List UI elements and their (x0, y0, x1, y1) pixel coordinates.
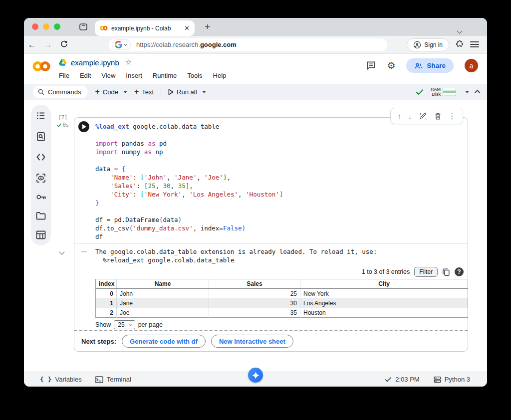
gemini-button[interactable] (248, 368, 263, 383)
code-cell: ↑ ↓ ⋮ %load_ext google.colab.data_table … (74, 117, 468, 352)
filter-button[interactable]: Filter (414, 267, 438, 277)
menu-item-runtime[interactable]: Runtime (153, 72, 177, 79)
table-cell: Los Angeles (300, 298, 468, 308)
resources-dropdown-icon[interactable] (465, 91, 469, 93)
tab-search-chevron-icon[interactable] (458, 26, 463, 31)
comments-icon[interactable] (366, 61, 376, 70)
variable-inspector-icon[interactable] (36, 173, 46, 183)
column-header-city[interactable]: City (300, 279, 468, 289)
collapse-output-icon[interactable] (60, 247, 66, 253)
code-line: } (95, 199, 464, 207)
per-page-label: per page (138, 321, 163, 328)
tab-title: example.ipynb - Colab (111, 25, 181, 32)
code-snippets-icon[interactable] (36, 152, 46, 162)
add-code-dropdown-icon[interactable] (123, 91, 127, 93)
table-cell: Houston (300, 308, 468, 318)
dataframe-table[interactable]: indexNameSalesCity 0John25New York1Jane3… (95, 279, 468, 318)
code-line (95, 156, 464, 165)
code-editor[interactable]: %load_ext google.colab.data_table import… (74, 118, 468, 243)
table-cell: 25 (209, 289, 300, 299)
extensions-icon[interactable] (455, 40, 464, 49)
menu-item-insert[interactable]: Insert (126, 72, 142, 79)
browser-tab[interactable]: example.ipynb - Colab ✕ (95, 20, 195, 36)
sign-in-button[interactable]: Sign in (407, 38, 449, 51)
collapse-toolbar-icon[interactable] (475, 90, 480, 95)
menu-item-view[interactable]: View (101, 72, 115, 79)
menu-item-edit[interactable]: Edit (80, 72, 91, 79)
find-and-replace-icon[interactable] (36, 132, 46, 142)
table-cell: 2 (96, 308, 117, 318)
tab-overview-icon[interactable] (79, 22, 88, 31)
help-icon[interactable]: ? (455, 267, 464, 276)
terminal-icon (95, 376, 103, 383)
url-field[interactable]: https://colab.research.google.com (109, 38, 387, 51)
column-header-sales[interactable]: Sales (209, 279, 300, 289)
page-size-select[interactable]: 25 (114, 320, 135, 329)
secrets-key-icon[interactable] (36, 194, 46, 201)
commands-label: Commands (48, 88, 81, 96)
run-all-dropdown-icon[interactable] (202, 91, 206, 93)
table-row[interactable]: 1Jane30Los Angeles (96, 298, 468, 308)
add-code-button[interactable]: + Code (95, 87, 127, 96)
close-window-button[interactable] (32, 23, 38, 30)
search-engine-chip[interactable] (112, 39, 131, 50)
notebook-toolbar: Commands + Code + Text Run all RAMDisk (24, 84, 487, 100)
ram-label: RAM (431, 87, 441, 92)
notebook-filename[interactable]: example.ipynb (71, 58, 119, 67)
avatar[interactable]: a (465, 59, 478, 72)
left-sidebar (31, 105, 51, 245)
menu-item-tools[interactable]: Tools (187, 72, 202, 79)
table-row[interactable]: 2Joe35Houston (96, 308, 468, 318)
copy-table-icon[interactable] (442, 268, 450, 276)
table-cell: New York (300, 289, 468, 299)
data-table-icon[interactable] (36, 230, 46, 239)
new-tab-button[interactable]: + (205, 21, 210, 32)
reload-button[interactable] (56, 40, 72, 50)
executed-check-icon (57, 123, 61, 127)
new-interactive-sheet-button[interactable]: New interactive sheet (211, 335, 293, 348)
address-bar: ← → https://colab.research.google.com Si… (24, 36, 487, 54)
code-text: %load_ext google.colab.data_table import… (95, 122, 464, 241)
browser-menu-icon[interactable] (470, 40, 479, 48)
kernel-selector[interactable]: Python 3 (434, 376, 470, 383)
entries-count: 1 to 3 of 3 entries (362, 268, 410, 275)
gemini-spark-icon (252, 371, 260, 380)
star-icon[interactable]: ☆ (125, 58, 132, 67)
commands-button[interactable]: Commands (33, 86, 88, 98)
share-button[interactable]: Share (406, 58, 454, 73)
ram-usage-bar (443, 88, 456, 92)
resources-indicator[interactable]: RAMDisk (431, 87, 456, 97)
code-line: 'City': ['New York', 'Los Angeles', 'Hou… (95, 190, 464, 199)
menu-item-file[interactable]: File (59, 72, 69, 79)
browser-window: example.ipynb - Colab ✕ + ← → https://co… (24, 18, 487, 387)
column-header-name[interactable]: Name (117, 279, 209, 289)
search-engine-chevron-icon (124, 42, 127, 45)
variables-button[interactable]: { } Variables (40, 376, 82, 383)
settings-gear-icon[interactable]: ⚙ (387, 60, 395, 71)
add-text-button[interactable]: + Text (134, 87, 154, 96)
cell-output: ⋯ The google.colab.data_table extension … (74, 243, 468, 330)
table-row[interactable]: 0John25New York (96, 289, 468, 299)
output-menu-icon[interactable]: ⋯ (81, 248, 87, 255)
files-folder-icon[interactable] (36, 211, 46, 220)
menu-item-help[interactable]: Help (213, 72, 227, 79)
minimize-window-button[interactable] (43, 23, 49, 30)
colab-favicon (100, 25, 108, 31)
code-line: df.to_csv('dummy_data.csv', index=False) (95, 224, 464, 232)
menu-bar: FileEditViewInsertRuntimeToolsHelp (59, 72, 226, 79)
zoom-window-button[interactable] (54, 23, 60, 30)
table-of-contents-icon[interactable] (36, 111, 46, 121)
output-line: %reload_ext google.colab.data_table (95, 256, 464, 264)
run-cell-button[interactable] (78, 121, 89, 132)
terminal-button[interactable]: Terminal (95, 376, 131, 383)
column-header-index[interactable]: index (96, 279, 117, 289)
run-all-button[interactable]: Run all (168, 88, 206, 96)
plus-icon: + (95, 87, 99, 96)
generate-code-with-df-button[interactable]: Generate code with df (122, 335, 206, 348)
code-line: df = pd.DataFrame(data) (95, 215, 464, 224)
forward-button[interactable]: → (40, 40, 56, 50)
back-button[interactable]: ← (24, 40, 40, 50)
colab-logo[interactable] (32, 60, 51, 74)
code-line: %load_ext google.colab.data_table (95, 122, 464, 131)
tab-close-icon[interactable]: ✕ (184, 24, 190, 32)
